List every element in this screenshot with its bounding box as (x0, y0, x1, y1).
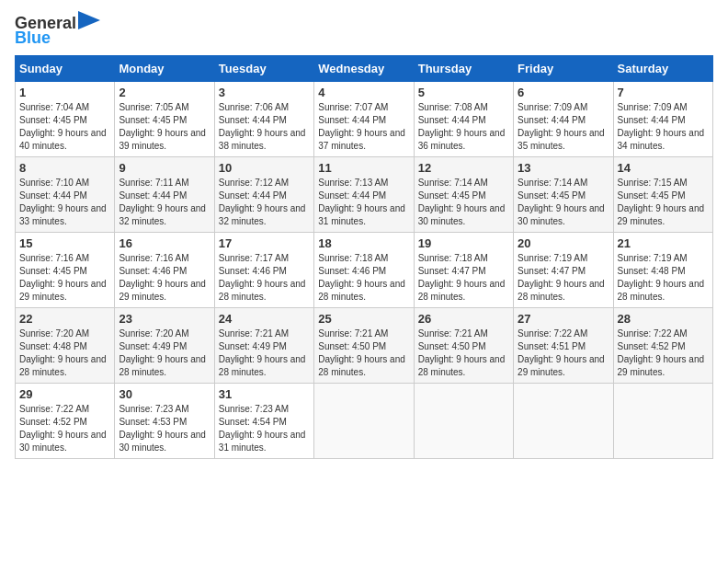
calendar-cell (514, 383, 613, 458)
calendar-cell: 29Sunrise: 7:22 AMSunset: 4:52 PMDayligh… (16, 383, 115, 458)
day-info: Sunrise: 7:19 AMSunset: 4:47 PMDaylight:… (518, 252, 609, 304)
weekday-row: SundayMondayTuesdayWednesdayThursdayFrid… (16, 55, 713, 81)
calendar-cell: 9Sunrise: 7:11 AMSunset: 4:44 PMDaylight… (115, 156, 214, 232)
weekday-header-monday: Monday (115, 55, 214, 81)
day-info: Sunrise: 7:22 AMSunset: 4:51 PMDaylight:… (518, 327, 609, 379)
day-number: 9 (119, 161, 210, 175)
calendar-cell: 6Sunrise: 7:09 AMSunset: 4:44 PMDaylight… (514, 81, 613, 156)
day-number: 7 (618, 86, 709, 99)
day-info: Sunrise: 7:11 AMSunset: 4:44 PMDaylight:… (119, 177, 210, 228)
day-number: 16 (119, 236, 210, 250)
day-info: Sunrise: 7:16 AMSunset: 4:46 PMDaylight:… (119, 252, 210, 304)
weekday-header-tuesday: Tuesday (214, 55, 313, 81)
calendar-table: SundayMondayTuesdayWednesdayThursdayFrid… (15, 55, 713, 459)
calendar-cell: 31Sunrise: 7:23 AMSunset: 4:54 PMDayligh… (214, 383, 313, 458)
day-info: Sunrise: 7:14 AMSunset: 4:45 PMDaylight:… (518, 177, 609, 228)
day-info: Sunrise: 7:21 AMSunset: 4:49 PMDaylight:… (219, 327, 310, 379)
weekday-header-sunday: Sunday (16, 55, 115, 81)
day-number: 12 (418, 161, 509, 175)
day-info: Sunrise: 7:18 AMSunset: 4:46 PMDaylight:… (318, 252, 409, 304)
day-number: 13 (518, 161, 609, 175)
day-info: Sunrise: 7:09 AMSunset: 4:44 PMDaylight:… (618, 101, 709, 153)
logo-arrow-icon (78, 11, 100, 29)
day-number: 23 (119, 312, 210, 326)
calendar-cell: 2Sunrise: 7:05 AMSunset: 4:45 PMDaylight… (115, 81, 214, 156)
day-number: 21 (618, 236, 709, 250)
calendar-week-2: 8Sunrise: 7:10 AMSunset: 4:44 PMDaylight… (16, 156, 713, 232)
calendar-body: 1Sunrise: 7:04 AMSunset: 4:45 PMDaylight… (16, 81, 713, 458)
calendar-cell (613, 383, 712, 458)
calendar-cell: 14Sunrise: 7:15 AMSunset: 4:45 PMDayligh… (613, 156, 712, 232)
day-number: 17 (219, 236, 310, 250)
day-info: Sunrise: 7:05 AMSunset: 4:45 PMDaylight:… (119, 101, 210, 153)
calendar-cell: 12Sunrise: 7:14 AMSunset: 4:45 PMDayligh… (414, 156, 513, 232)
day-number: 11 (318, 161, 409, 175)
calendar-week-3: 15Sunrise: 7:16 AMSunset: 4:45 PMDayligh… (16, 232, 713, 307)
day-info: Sunrise: 7:08 AMSunset: 4:44 PMDaylight:… (418, 101, 509, 153)
day-number: 4 (318, 86, 409, 99)
calendar-cell: 27Sunrise: 7:22 AMSunset: 4:51 PMDayligh… (514, 307, 613, 383)
day-info: Sunrise: 7:20 AMSunset: 4:48 PMDaylight:… (19, 327, 110, 379)
day-info: Sunrise: 7:13 AMSunset: 4:44 PMDaylight:… (318, 177, 409, 228)
calendar-cell (314, 383, 414, 458)
day-info: Sunrise: 7:10 AMSunset: 4:44 PMDaylight:… (19, 177, 110, 228)
day-number: 20 (518, 236, 609, 250)
calendar-cell: 17Sunrise: 7:17 AMSunset: 4:46 PMDayligh… (214, 232, 313, 307)
calendar-cell: 8Sunrise: 7:10 AMSunset: 4:44 PMDaylight… (16, 156, 115, 232)
logo-text-blue: Blue (15, 29, 51, 48)
calendar-cell: 21Sunrise: 7:19 AMSunset: 4:48 PMDayligh… (613, 232, 712, 307)
calendar-week-5: 29Sunrise: 7:22 AMSunset: 4:52 PMDayligh… (16, 383, 713, 458)
day-number: 3 (219, 86, 310, 99)
weekday-header-friday: Friday (514, 55, 613, 81)
day-info: Sunrise: 7:18 AMSunset: 4:47 PMDaylight:… (418, 252, 509, 304)
day-number: 24 (219, 312, 310, 326)
calendar-cell: 10Sunrise: 7:12 AMSunset: 4:44 PMDayligh… (214, 156, 313, 232)
day-info: Sunrise: 7:21 AMSunset: 4:50 PMDaylight:… (318, 327, 409, 379)
weekday-header-saturday: Saturday (613, 55, 712, 81)
day-number: 6 (518, 86, 609, 99)
day-info: Sunrise: 7:06 AMSunset: 4:44 PMDaylight:… (219, 101, 310, 153)
day-number: 31 (219, 387, 310, 401)
calendar-cell: 3Sunrise: 7:06 AMSunset: 4:44 PMDaylight… (214, 81, 313, 156)
day-number: 22 (19, 312, 110, 326)
day-info: Sunrise: 7:17 AMSunset: 4:46 PMDaylight:… (219, 252, 310, 304)
calendar-cell (414, 383, 513, 458)
calendar-cell: 1Sunrise: 7:04 AMSunset: 4:45 PMDaylight… (16, 81, 115, 156)
day-number: 29 (19, 387, 110, 401)
calendar-cell: 15Sunrise: 7:16 AMSunset: 4:45 PMDayligh… (16, 232, 115, 307)
day-number: 10 (219, 161, 310, 175)
day-info: Sunrise: 7:22 AMSunset: 4:52 PMDaylight:… (19, 403, 110, 454)
calendar-cell: 16Sunrise: 7:16 AMSunset: 4:46 PMDayligh… (115, 232, 214, 307)
weekday-header-thursday: Thursday (414, 55, 513, 81)
day-number: 14 (618, 161, 709, 175)
day-number: 25 (318, 312, 409, 326)
day-number: 1 (19, 86, 110, 99)
day-info: Sunrise: 7:15 AMSunset: 4:45 PMDaylight:… (618, 177, 709, 228)
day-info: Sunrise: 7:20 AMSunset: 4:49 PMDaylight:… (119, 327, 210, 379)
calendar-cell: 7Sunrise: 7:09 AMSunset: 4:44 PMDaylight… (613, 81, 712, 156)
day-info: Sunrise: 7:09 AMSunset: 4:44 PMDaylight:… (518, 101, 609, 153)
calendar-cell: 13Sunrise: 7:14 AMSunset: 4:45 PMDayligh… (514, 156, 613, 232)
calendar-cell: 24Sunrise: 7:21 AMSunset: 4:49 PMDayligh… (214, 307, 313, 383)
calendar-cell: 28Sunrise: 7:22 AMSunset: 4:52 PMDayligh… (613, 307, 712, 383)
calendar-cell: 19Sunrise: 7:18 AMSunset: 4:47 PMDayligh… (414, 232, 513, 307)
day-number: 2 (119, 86, 210, 99)
calendar-cell: 18Sunrise: 7:18 AMSunset: 4:46 PMDayligh… (314, 232, 414, 307)
calendar-cell: 22Sunrise: 7:20 AMSunset: 4:48 PMDayligh… (16, 307, 115, 383)
day-number: 5 (418, 86, 509, 99)
day-number: 27 (518, 312, 609, 326)
calendar-week-1: 1Sunrise: 7:04 AMSunset: 4:45 PMDaylight… (16, 81, 713, 156)
day-number: 19 (418, 236, 509, 250)
day-info: Sunrise: 7:23 AMSunset: 4:53 PMDaylight:… (119, 403, 210, 454)
day-info: Sunrise: 7:21 AMSunset: 4:50 PMDaylight:… (418, 327, 509, 379)
calendar-cell: 25Sunrise: 7:21 AMSunset: 4:50 PMDayligh… (314, 307, 414, 383)
day-info: Sunrise: 7:04 AMSunset: 4:45 PMDaylight:… (19, 101, 110, 153)
day-number: 30 (119, 387, 210, 401)
day-info: Sunrise: 7:23 AMSunset: 4:54 PMDaylight:… (219, 403, 310, 454)
weekday-header-wednesday: Wednesday (314, 55, 414, 81)
day-info: Sunrise: 7:16 AMSunset: 4:45 PMDaylight:… (19, 252, 110, 304)
svg-marker-0 (78, 11, 100, 29)
calendar-cell: 5Sunrise: 7:08 AMSunset: 4:44 PMDaylight… (414, 81, 513, 156)
calendar-cell: 26Sunrise: 7:21 AMSunset: 4:50 PMDayligh… (414, 307, 513, 383)
day-number: 28 (618, 312, 709, 326)
